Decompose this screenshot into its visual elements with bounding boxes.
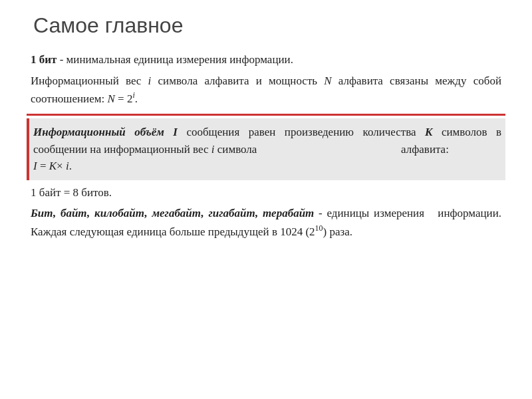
paragraph-3-highlighted: Информационный объём I сообщения равен п… [27, 118, 505, 180]
paragraph-1: 1 бит - минимальная единица измерения ин… [27, 51, 505, 68]
content-area: 1 бит - минимальная единица измерения ин… [27, 51, 505, 244]
page-title: Самое главное [33, 13, 505, 38]
paragraph-2: Информационный вес i символа алфавита и … [27, 72, 505, 108]
separator-line [27, 114, 505, 116]
paragraph-5: Бит, байт, килобайт, мегабайт, гигабайт,… [27, 205, 505, 240]
page: Самое главное 1 бит - минимальная единиц… [0, 0, 532, 399]
paragraph-4: 1 байт = 8 битов. [27, 184, 505, 201]
